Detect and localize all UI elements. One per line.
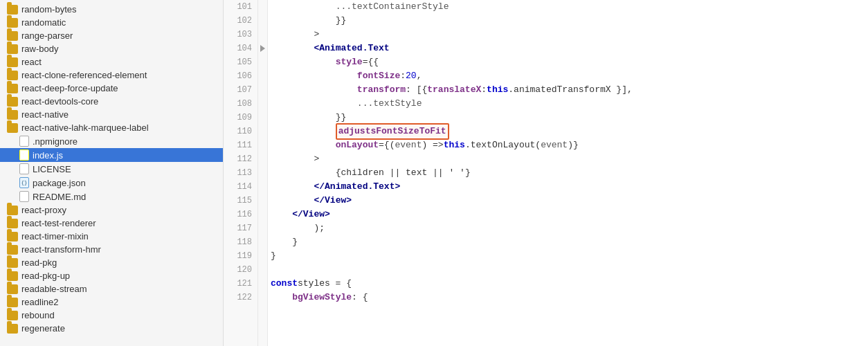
sidebar-item-rebound[interactable]: rebound <box>0 309 223 322</box>
sidebar-item-label: read-pkg-up <box>21 271 70 281</box>
code-area: 1011021031041051061071081091101111121131… <box>224 0 868 346</box>
gutter-cell[interactable] <box>258 42 267 55</box>
sidebar-item-read-pkg-up[interactable]: read-pkg-up <box>0 269 223 282</box>
sidebar-item-react-devtools-core[interactable]: react-devtools-core <box>0 95 223 108</box>
code-line: <Animated.Text <box>268 42 868 55</box>
gutter-cell <box>258 277 267 291</box>
code-token: bgViewStyle <box>292 291 352 304</box>
code-token: : [{ <box>406 83 427 97</box>
sidebar-item-npmignore[interactable]: .npmignore <box>0 134 223 148</box>
code-editor: 1011021031041051061071081091101111121131… <box>224 0 868 346</box>
folder-icon <box>7 258 18 268</box>
sidebar-item-label: react-devtools-core <box>21 96 98 107</box>
folder-icon <box>7 298 18 307</box>
sidebar-item-react-test-renderer[interactable]: react-test-renderer <box>0 217 223 230</box>
sidebar-item-label: react <box>21 57 42 67</box>
code-line: style={{ <box>268 55 868 69</box>
code-token: ); <box>314 221 325 235</box>
sidebar-item-index-js[interactable]: JSindex.js <box>0 148 223 162</box>
sidebar-item-react-native-lahk-marquee-label[interactable]: react-native-lahk-marquee-label <box>0 121 223 134</box>
line-number: 118 <box>224 235 257 249</box>
sidebar-item-react-proxy[interactable]: react-proxy <box>0 203 223 217</box>
folder-icon <box>7 271 18 281</box>
folder-icon <box>7 284 18 294</box>
sidebar-item-react-transform-hmr[interactable]: react-transform-hmr <box>0 243 223 256</box>
sidebar-item-label: package.json <box>33 178 86 188</box>
indent-space <box>271 194 314 208</box>
indent-space <box>271 55 336 69</box>
folder-icon <box>7 18 18 28</box>
sidebar-item-label: react-clone-referenced-element <box>21 70 147 80</box>
gutter-cell <box>258 83 267 97</box>
code-token: fontSize <box>357 69 400 83</box>
sidebar-item-readline2[interactable]: readline2 <box>0 295 223 309</box>
sidebar-item-readme-md[interactable]: README.md <box>0 190 223 203</box>
code-line: > <box>268 28 868 42</box>
gutter-cell <box>258 0 267 14</box>
code-line: fontSize: 20, <box>268 69 868 83</box>
indent-space <box>271 28 314 42</box>
sidebar-item-react-native[interactable]: react-native <box>0 108 223 121</box>
sidebar-item-randomatic[interactable]: randomatic <box>0 16 223 29</box>
code-token: )} <box>568 138 579 152</box>
code-line: adjustsFontSizeToFit <box>268 125 868 138</box>
gutter-cell <box>258 97 267 111</box>
folder-icon <box>7 123 18 133</box>
indent-space <box>271 111 336 125</box>
gutter-cell <box>258 221 267 235</box>
sidebar-item-label: .npmignore <box>33 136 78 147</box>
sidebar-item-react-clone-referenced-element[interactable]: react-clone-referenced-element <box>0 69 223 82</box>
line-number: 114 <box>224 180 257 194</box>
indent-space <box>271 291 292 304</box>
indent-space <box>271 221 314 235</box>
sidebar-item-raw-body[interactable]: raw-body <box>0 42 223 55</box>
indent-space <box>271 208 292 221</box>
highlighted-token: adjustsFontSizeToFit <box>336 123 449 140</box>
folder-icon <box>7 44 18 54</box>
sidebar-item-label: react-test-renderer <box>21 218 96 228</box>
code-line: bgViewStyle: { <box>268 291 868 304</box>
code-token: } <box>292 235 298 249</box>
sidebar-item-label: range-parser <box>21 30 73 41</box>
code-line: ...textStyle <box>268 97 868 111</box>
gutter-cell <box>258 125 267 138</box>
folder-icon <box>7 245 18 255</box>
folder-icon <box>7 84 18 93</box>
line-number: 107 <box>224 83 257 97</box>
line-number: 119 <box>224 249 257 263</box>
code-token: .textOnLayout( <box>465 138 541 152</box>
code-token: > <box>314 152 319 166</box>
sidebar-item-readable-stream[interactable]: readable-stream <box>0 282 223 295</box>
line-number: 122 <box>224 291 257 304</box>
file-tree-sidebar[interactable]: random-bytesrandomaticrange-parserraw-bo… <box>0 0 224 346</box>
sidebar-item-regenerate[interactable]: regenerate <box>0 322 223 335</box>
code-line: const styles = { <box>268 277 868 291</box>
code-token: translateX <box>427 83 481 97</box>
code-token: { <box>336 166 341 180</box>
sidebar-item-read-pkg[interactable]: read-pkg <box>0 256 223 269</box>
sidebar-item-random-bytes[interactable]: random-bytes <box>0 3 223 16</box>
sidebar-item-license[interactable]: LICENSE <box>0 162 223 176</box>
sidebar-item-range-parser[interactable]: range-parser <box>0 29 223 42</box>
sidebar-item-label: react-deep-force-update <box>21 83 118 93</box>
code-line <box>268 263 868 277</box>
code-line: </View> <box>268 208 868 221</box>
sidebar-item-react-deep-force-update[interactable]: react-deep-force-update <box>0 82 223 95</box>
code-line: > <box>268 152 868 166</box>
code-token: > <box>314 28 319 42</box>
code-token: ={( <box>379 138 395 152</box>
code-line: </View> <box>268 194 868 208</box>
sidebar-item-package-json[interactable]: {}package.json <box>0 176 223 190</box>
fold-marker[interactable] <box>260 45 265 52</box>
sidebar-item-react-timer-mixin[interactable]: react-timer-mixin <box>0 230 223 243</box>
sidebar-item-label: react-native-lahk-marquee-label <box>21 122 149 133</box>
indent-space <box>271 97 357 111</box>
code-token: this <box>444 138 465 152</box>
txt-file-icon <box>19 163 29 174</box>
sidebar-item-label: LICENSE <box>33 164 71 174</box>
sidebar-item-react[interactable]: react <box>0 55 223 69</box>
sidebar-item-label: read-pkg <box>21 257 57 268</box>
folder-icon <box>7 110 18 120</box>
sidebar-item-label: index.js <box>33 150 63 161</box>
folder-icon <box>7 206 18 215</box>
